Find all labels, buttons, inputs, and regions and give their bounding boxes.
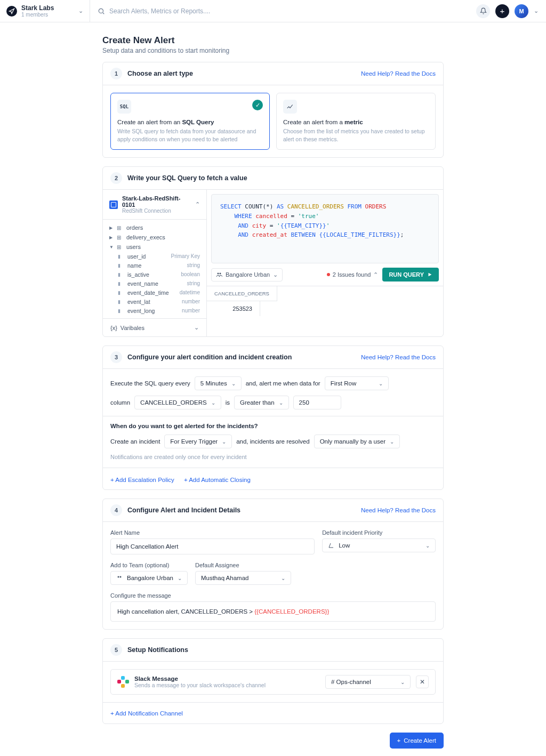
check-icon: ✓ [252,100,263,110]
operator-select[interactable]: Greater than⌄ [234,396,289,409]
remove-channel-button[interactable]: ✕ [416,675,429,688]
message-label: Configure the message [110,592,436,599]
priority-select[interactable]: Low⌄ [322,538,436,552]
notification-title: Slack Message [134,675,320,682]
global-search[interactable] [90,7,476,15]
datasource-name: Stark-Labs-RedShift-0101 [122,195,191,208]
error-dot-icon [327,273,330,276]
chevron-down-icon: ⌄ [194,324,199,331]
column-row[interactable]: ▮event_date_timedatetime [103,288,206,297]
notifications-button[interactable] [476,4,490,18]
plus-icon: + [397,737,401,744]
table-row[interactable]: ▶⊞orders [103,223,206,232]
column-row[interactable]: ▮event_namestring [103,279,206,288]
alert-type-desc: Choose from the list of metrics you have… [283,127,429,143]
assignee-label: Default Assignee [195,562,291,568]
alert-type-desc: Write SQL query to fetch data from your … [117,127,263,143]
column-row[interactable]: ▮is_activeboolean [103,270,206,279]
arrow-down-icon: ▼ [109,245,114,250]
chevron-down-icon: ⌄ [78,7,83,14]
create-alert-button[interactable]: + Create Alert [390,733,444,749]
table-icon: ⊞ [117,244,123,250]
variables-toggle[interactable]: {x} Varibales ⌄ [103,318,206,336]
workspace-logo-icon [6,6,17,17]
metric-icon [283,100,297,114]
column-icon: ▮ [118,290,124,295]
column-icon: ▮ [118,263,124,268]
step-title: Configure your alert condition and incid… [127,353,361,361]
row-select[interactable]: First Row⌄ [325,376,389,390]
chevron-up-icon: ⌃ [373,271,378,278]
alert-type-sql[interactable]: SQL ✓ Create an alert from an SQL Query … [110,93,270,150]
help-link[interactable]: Need Help? Read the Docs [361,507,436,513]
run-query-button[interactable]: RUN QUERY [382,268,439,282]
column-row[interactable]: ▮user_idPrimary Key [103,252,206,261]
message-input[interactable]: High cancellation alert, CANCELLED_ORDER… [110,601,436,622]
incident-question: When do you want to get alerted for the … [110,423,436,429]
table-row[interactable]: ▼⊞users [103,242,206,252]
help-link[interactable]: Need Help? Read the Docs [361,70,436,77]
bell-icon [480,7,487,14]
incident-note: Notifications are created only once for … [110,454,436,460]
people-icon [116,575,123,581]
svg-point-2 [220,273,221,275]
step-title: Setup Notifications [127,646,436,654]
column-icon: ▮ [118,308,124,313]
assignee-select[interactable]: Musthaq Ahamad⌄ [195,571,291,585]
step-number: 2 [110,172,122,184]
svg-point-0 [99,9,103,13]
play-icon [427,272,432,277]
alert-name-input[interactable] [110,538,315,554]
workspace-members: 1 members [21,12,78,18]
column-row[interactable]: ▮event_longnumber [103,306,206,315]
alert-type-metric[interactable]: Create an alert from a metric Choose fro… [276,93,436,150]
svg-point-4 [120,576,122,578]
add-auto-closing-link[interactable]: + Add Automatic Closing [184,477,251,483]
search-input[interactable] [109,7,269,15]
sql-icon: SQL [117,100,131,114]
column-select[interactable]: CANCELLED_ORDERS⌄ [134,396,221,409]
help-link[interactable]: Need Help? Read the Docs [361,354,436,360]
column-icon: ▮ [118,254,124,259]
trigger-select[interactable]: For Every Trigger⌄ [164,435,232,448]
team-filter-chip[interactable]: Bangalore Urban ⌄ [211,268,283,282]
column-icon: ▮ [118,281,124,286]
svg-point-3 [118,576,119,578]
add-notification-channel-link[interactable]: + Add Notification Channel [110,710,183,717]
priority-label: Default incident Priority [322,529,436,536]
svg-point-1 [218,273,219,275]
workspace-switcher[interactable]: Stark Labs 1 members ⌄ [0,0,90,22]
add-button[interactable]: + [495,4,509,18]
datasource-type: RedShift Connection [122,208,191,214]
arrow-right-icon: ▶ [109,235,114,240]
braces-icon: {x} [110,325,117,331]
threshold-input[interactable] [293,396,341,409]
sql-editor[interactable]: SELECT COUNT(*) AS CANCELLED_ORDERS FROM… [211,194,439,263]
column-icon: ▮ [118,299,124,304]
issues-indicator[interactable]: 2 Issues found ⌃ [327,271,379,278]
chevron-down-icon[interactable]: ⌄ [534,7,539,14]
interval-select[interactable]: 5 Minutes⌄ [195,376,242,390]
result-column-header: CANCELLED_ORDERS [207,286,277,301]
result-cell: 253523 [207,301,260,316]
resolution-select[interactable]: Only manually by a user⌄ [314,435,400,448]
column-row[interactable]: ▮namestring [103,261,206,270]
step-title: Write your SQL Query to fetch a value [127,174,436,182]
database-icon [109,200,118,209]
team-select[interactable]: Bangalore Urban⌄ [110,571,188,585]
slack-channel-select[interactable]: # Ops-channel⌄ [325,675,411,689]
top-bar: Stark Labs 1 members ⌄ + M ⌄ [0,0,546,22]
column-icon: ▮ [118,272,124,277]
alert-type-title: Create an alert from an SQL Query [117,119,263,125]
user-avatar[interactable]: M [515,4,528,18]
page-title: Create New Alert [102,35,444,46]
page-subtitle: Setup data and conditions to start monit… [102,47,444,54]
priority-low-icon [328,542,334,549]
add-escalation-link[interactable]: + Add Escalation Policy [110,477,174,483]
notification-channel-row: Slack Message Sends a message to your sl… [110,669,436,695]
column-row[interactable]: ▮event_latnumber [103,297,206,306]
datasource-selector[interactable]: Stark-Labs-RedShift-0101 RedShift Connec… [103,190,206,220]
notification-subtitle: Sends a message to your slack workspace'… [134,682,320,688]
table-row[interactable]: ▶⊞delivery_execs [103,232,206,242]
slack-icon [117,676,129,688]
